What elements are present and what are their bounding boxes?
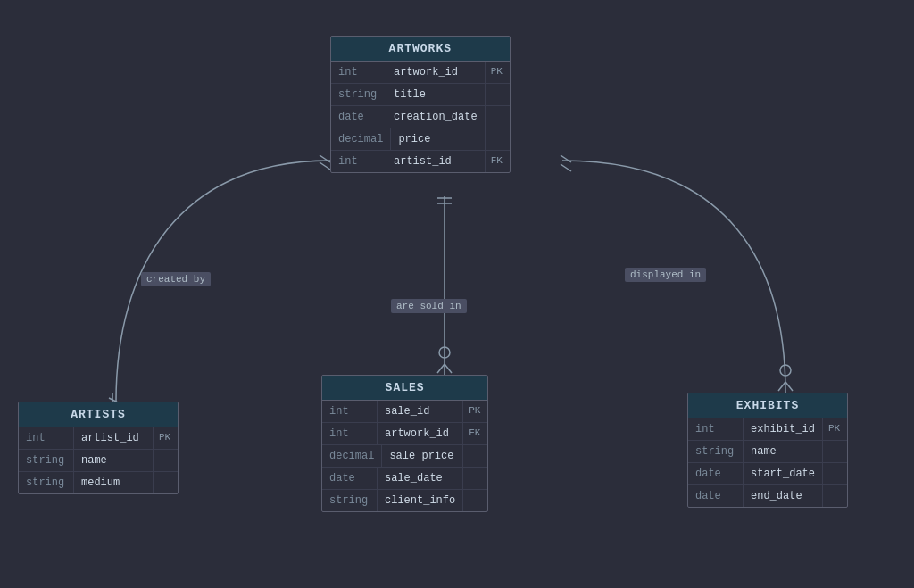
table-row: date start_date — [688, 463, 847, 485]
table-row: decimal price — [331, 128, 510, 151]
displayed-in-label: displayed in — [625, 268, 706, 282]
exhibits-table: EXHIBITS int exhibit_id PK string name d… — [687, 393, 848, 508]
sales-table: SALES int sale_id PK int artwork_id FK d… — [321, 375, 488, 512]
table-row: string medium — [19, 472, 178, 493]
table-row: string name — [688, 441, 847, 463]
svg-line-14 — [785, 382, 793, 391]
artists-table: ARTISTS int artist_id PK string name str… — [18, 402, 179, 494]
are-sold-in-label: are sold in — [391, 299, 467, 313]
table-row: decimal sale_price — [322, 445, 487, 468]
artworks-title: ARTWORKS — [331, 37, 510, 62]
sales-title: SALES — [322, 376, 487, 401]
table-row: int artist_id FK — [331, 151, 510, 172]
table-row: string name — [19, 450, 178, 472]
table-row: date end_date — [688, 485, 847, 507]
table-row: int exhibit_id PK — [688, 418, 847, 441]
svg-line-11 — [561, 155, 571, 162]
created-by-label: created by — [141, 272, 211, 286]
svg-line-9 — [445, 364, 452, 373]
svg-line-0 — [320, 155, 330, 162]
svg-line-13 — [778, 382, 785, 391]
table-row: int artwork_id PK — [331, 62, 510, 84]
svg-point-10 — [439, 347, 450, 358]
table-row: date creation_date — [331, 106, 510, 128]
table-row: string client_info — [322, 490, 487, 511]
svg-point-15 — [780, 365, 791, 376]
artists-title: ARTISTS — [19, 402, 178, 427]
table-row: date sale_date — [322, 468, 487, 490]
table-row: int artist_id PK — [19, 427, 178, 450]
svg-line-8 — [437, 364, 445, 373]
table-row: string title — [331, 84, 510, 106]
svg-line-1 — [320, 162, 330, 170]
table-row: int sale_id PK — [322, 401, 487, 423]
svg-line-12 — [561, 164, 571, 171]
exhibits-title: EXHIBITS — [688, 393, 847, 418]
artworks-table: ARTWORKS int artwork_id PK string title … — [330, 36, 511, 173]
diagram-container: created by are sold in displayed in ARTW… — [0, 0, 914, 588]
table-row: int artwork_id FK — [322, 423, 487, 445]
